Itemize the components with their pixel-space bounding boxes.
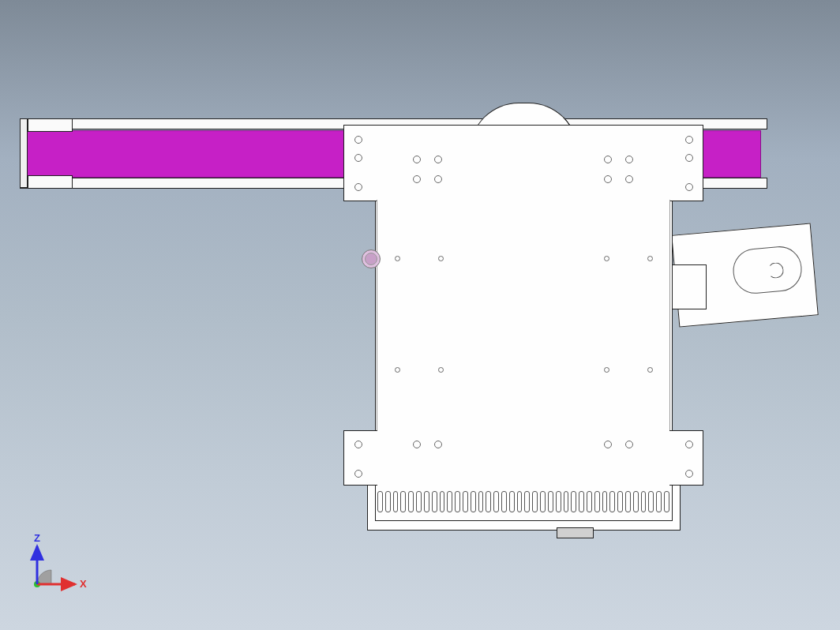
bolt-hole — [625, 156, 633, 163]
bolt-hole — [625, 441, 633, 448]
rail-left-endcap — [20, 118, 28, 188]
bolt-hole — [354, 136, 362, 144]
body-tab-bottom-left — [343, 430, 377, 486]
bolt-hole — [604, 156, 612, 163]
rail-left-bracket-bottom — [28, 175, 73, 189]
bolt-hole-small — [438, 256, 444, 261]
bolt-hole-small — [395, 256, 400, 261]
main-body-plate — [375, 125, 673, 521]
bolt-hole — [685, 183, 693, 191]
body-edge-left — [377, 200, 377, 430]
bolt-hole — [413, 441, 421, 448]
bolt-hole-small — [395, 367, 400, 373]
bolt-hole — [625, 175, 633, 183]
x-axis-label: X — [80, 578, 87, 590]
bolt-hole — [434, 156, 442, 163]
right-connector-block — [669, 264, 707, 309]
bolt-hole-small — [647, 256, 653, 261]
bolt-hole — [685, 136, 693, 144]
vent-slots — [377, 491, 669, 511]
z-axis-label: Z — [34, 532, 40, 544]
bolt-hole-small — [604, 256, 609, 261]
bolt-hole — [685, 441, 693, 448]
cad-viewport[interactable]: X Z — [0, 0, 840, 630]
left-knob-inner — [365, 253, 377, 265]
model-render — [0, 0, 840, 630]
bolt-hole — [413, 175, 421, 183]
bolt-hole — [604, 175, 612, 183]
bolt-hole — [434, 175, 442, 183]
bolt-hole — [354, 470, 362, 478]
bolt-hole — [354, 183, 362, 191]
rail-left-bracket-top — [28, 118, 73, 132]
bolt-hole — [685, 470, 693, 478]
bolt-hole-small — [647, 367, 653, 373]
body-tab-bottom-right — [669, 430, 703, 486]
bolt-hole — [604, 441, 612, 448]
body-edge-right — [669, 200, 670, 430]
bolt-hole — [354, 154, 362, 162]
bolt-hole — [434, 441, 442, 448]
bolt-hole — [413, 156, 421, 163]
bolt-hole-small — [604, 367, 609, 373]
bottom-tab — [557, 527, 594, 538]
bolt-hole-small — [438, 367, 444, 373]
coordinate-triad[interactable]: X Z — [28, 535, 91, 598]
bolt-hole — [354, 441, 362, 448]
bolt-hole — [685, 154, 693, 162]
